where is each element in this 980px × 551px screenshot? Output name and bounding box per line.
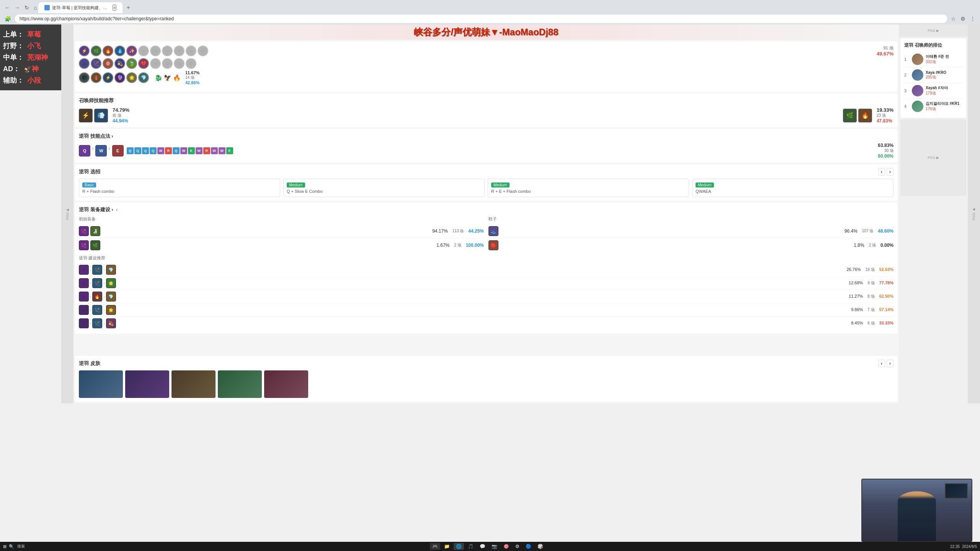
build-stats-1: 26.76% 19 场 52.63%	[846, 267, 893, 272]
boot-row-2: 🔴 1.8% 2 场 0.00%	[488, 238, 893, 252]
build-arrow-7: ›	[90, 308, 91, 312]
skin-3[interactable]	[172, 370, 216, 398]
back-button[interactable]: ←	[3, 4, 11, 11]
tab-title: 逆羽·草莓 | 逆羽技能构建、符文 - 文本	[52, 5, 110, 11]
build-wr-5: 33.33%	[879, 321, 893, 326]
rune-icon-5: ✨	[126, 46, 137, 56]
start-pick-2: 1.67%	[436, 243, 449, 248]
skill-arrow-1: ›	[92, 145, 94, 156]
skill-games: 30 场	[878, 148, 893, 153]
combo-text-4: QWAEA	[696, 189, 890, 194]
rune3-5: 🌟	[126, 72, 137, 83]
content-area: ◀ PGG 峡谷多分/声优萌妹▼-MaoMaoDj88 ⚡ 🌿 🔥 💧 ✨	[61, 24, 980, 403]
rank-item-3[interactable]: 3 Xayah #자야 179场	[904, 83, 962, 99]
rank-item-2[interactable]: 2 Xaya #KRO 205场	[904, 67, 962, 83]
skin-2[interactable]	[125, 370, 169, 398]
bi-5c: 💫	[106, 318, 116, 328]
forward-button[interactable]: →	[13, 4, 21, 11]
address-input[interactable]	[15, 15, 947, 23]
rank-score-1: 332场	[926, 59, 962, 65]
rank-section: 逆羽 召唤师的排位 1 이태환 #준 전 332场 2	[900, 38, 966, 118]
skill-build-row: Q › W › E Q Q Q Q W R Q	[79, 143, 893, 159]
skin-1[interactable]	[79, 370, 123, 398]
new-tab-button[interactable]: +	[124, 3, 132, 12]
menu-button[interactable]: ⋮	[969, 15, 977, 23]
mid-player: 芜湖神	[27, 54, 48, 61]
active-tab[interactable]: 逆羽·草莓 | 逆羽技能构建、符文 - 文本 ×	[38, 2, 122, 13]
bi-5a: ⚔	[79, 318, 89, 328]
spell-games-2: 23 场	[877, 113, 893, 118]
rune-row-2: ⚔ 🏹 🎯 💫 🍃 💔 ○ ○ ○ ○	[79, 58, 893, 69]
rune-icon-10: ○	[186, 46, 196, 56]
build-pick-4: 9.86%	[851, 307, 863, 313]
combo-next-button[interactable]: ›	[887, 168, 893, 176]
main-page: 峡谷多分/声优萌妹▼-MaoMaoDj88 ⚡ 🌿 🔥 💧 ✨ ○ ○ ○	[74, 24, 899, 403]
rune-icon-2: 🌿	[91, 46, 101, 56]
seq-1: Q	[127, 147, 134, 154]
seq-3: Q	[142, 147, 149, 154]
skill-icons: Q › W › E	[79, 145, 124, 156]
tab-close-button[interactable]: ×	[113, 5, 116, 11]
start-wr-2: 100.00%	[466, 243, 484, 248]
rune2-6: 💔	[138, 58, 149, 69]
rune2-2: 🏹	[91, 58, 101, 69]
rank-score-4: 176场	[926, 106, 962, 112]
tab-bar: ← → ↻ ⌂ 逆羽·草莓 | 逆羽技能构建、符文 - 文本 × +	[0, 0, 980, 13]
rank-num-3: 3	[904, 88, 910, 93]
home-button[interactable]: ⌂	[32, 4, 38, 11]
rank-avatar-2	[912, 69, 923, 81]
combo-card-1: Basic R + Flash combo	[79, 179, 280, 197]
rank-item-1[interactable]: 1 이태환 #준 전 332场	[904, 52, 962, 67]
sidebar-adc: AD： 🦅神	[3, 64, 58, 73]
skins-next-button[interactable]: ›	[887, 360, 893, 367]
dragon-icons: 🐉 🦅 🔥 11.67% 14 场 42.86%	[155, 70, 199, 85]
dragon-icon-3: 🔥	[173, 74, 181, 82]
combo-section: 逆羽 选招 ‹ › Basic R + Flash combo Medium	[75, 164, 897, 201]
settings-button[interactable]: ⚙	[959, 15, 967, 23]
skins-prev-button[interactable]: ‹	[878, 360, 885, 367]
rune-icon-1: ⚡	[79, 46, 90, 56]
bookmark-button[interactable]: ☆	[949, 15, 957, 23]
skill-title: 逆羽 技能点法 ›	[79, 133, 113, 140]
rune-icon-8: ○	[162, 46, 173, 56]
seq-4: Q	[150, 147, 157, 154]
start-wr-1: 44.25%	[468, 228, 484, 234]
refresh-button[interactable]: ↻	[23, 4, 31, 11]
boot-stats-2: 1.8% 2 场 0.00%	[854, 243, 893, 248]
skin-5[interactable]	[264, 370, 308, 398]
bi-3a: ⚔	[79, 292, 89, 302]
equip-title-link[interactable]: ›	[116, 207, 118, 212]
summoner-content: ⚡ 💨 74.79% 前 场 44.94% 🌿 🔥	[79, 107, 893, 124]
skill-e: E	[112, 145, 124, 156]
skins-section: 逆羽 皮肤 ‹ ›	[75, 356, 897, 402]
extensions-button[interactable]: 🧩	[3, 15, 13, 23]
build-pick-3: 11.27%	[849, 294, 863, 299]
stream-title: 峡谷多分/声优萌妹▼-MaoMaoDj88	[414, 27, 558, 37]
dragon-icon-1: 🐉	[155, 74, 162, 82]
skin-4[interactable]	[218, 370, 262, 398]
rank-num-1: 1	[904, 57, 910, 62]
build-arrow-9: ›	[90, 321, 91, 326]
bi-4c: 🌟	[106, 305, 116, 315]
spell-stats-1: 74.79% 前 场 44.94%	[113, 107, 129, 124]
combo-title: 逆羽 选招	[79, 168, 100, 175]
rank-avatar-4	[912, 101, 923, 112]
combo-header: 逆羽 选招 ‹ ›	[79, 168, 893, 176]
combo-prev-button[interactable]: ‹	[878, 168, 885, 176]
build-games-4: 7 场	[867, 307, 874, 313]
equip-title-text: 逆羽 装备建设 ›	[79, 207, 113, 212]
rank-name-4: 김지걸리야요 #KR1	[926, 101, 962, 106]
combo-badge-4: Medium	[696, 183, 714, 187]
spell-group-1: ⚡ 💨	[79, 109, 108, 122]
spell-stats-2: 19.33% 23 场 47.83%	[877, 107, 893, 124]
build-wr-3: 62.50%	[879, 294, 893, 299]
left-ad: ◀ PGG	[61, 24, 74, 403]
rank-item-4[interactable]: 4 김지걸리야요 #KR1 176场	[904, 99, 962, 114]
rune-icons-top: ⚡ 🌿 🔥 💧 ✨ ○ ○ ○ ○ ○ ○ 91 场 49.67%	[79, 45, 893, 85]
build-games-5: 6 场	[867, 321, 874, 326]
skill-section: 逆羽 技能点法 › Q › W › E Q Q Q	[75, 129, 897, 163]
combo-badge-1: Basic	[82, 183, 96, 187]
top-games-label: 91 场	[877, 45, 893, 51]
starting-label: 初始装备	[79, 216, 484, 222]
start-icons-2: 🏹 🌿	[79, 240, 100, 250]
